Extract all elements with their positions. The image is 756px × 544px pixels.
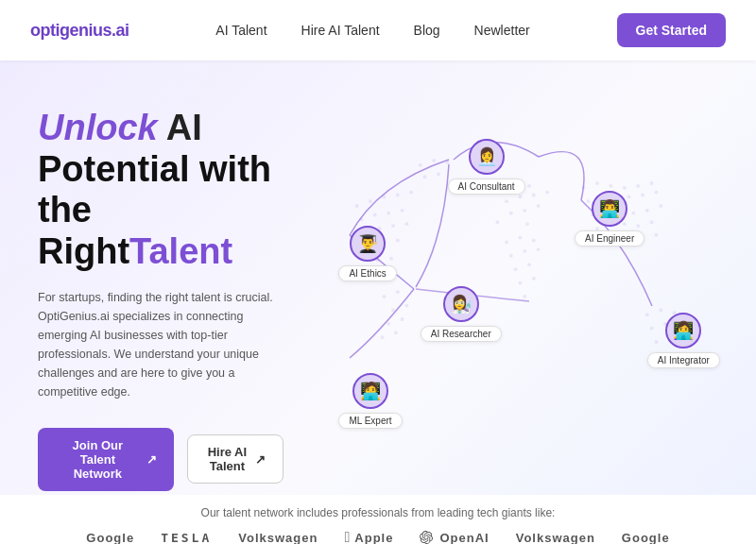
nav-links: AI Talent Hire AI Talent Blog Newletter	[215, 22, 529, 39]
svg-point-39	[525, 222, 529, 226]
svg-point-88	[432, 159, 436, 162]
hire-ai-talent-button[interactable]: Hire AI Talent ↗	[187, 434, 284, 484]
svg-point-42	[532, 239, 536, 243]
talent-node-ai-integrator: 👩‍💻 AI Integrator	[647, 313, 720, 368]
brands-list: Google TESLA Volkswagen Apple OpenAI Vo…	[0, 529, 756, 544]
svg-point-73	[650, 220, 654, 224]
nav-newsletter[interactable]: Newletter	[474, 23, 530, 38]
svg-point-78	[654, 233, 658, 237]
talent-label: AI Researcher	[421, 326, 502, 342]
svg-point-2	[382, 195, 386, 198]
hero-title: Unlock AI Potential with the RightTalent	[38, 108, 284, 273]
navbar: optigenius.ai AI Talent Hire AI Talent B…	[0, 0, 756, 60]
hero-map: 👩‍💼 AI Consultant 👨‍🎓 AI Ethics 👩‍🔬 AI R…	[302, 60, 756, 495]
svg-point-30	[527, 184, 531, 188]
svg-point-33	[532, 194, 536, 197]
hero-content: Unlock AI Potential with the RightTalent…	[0, 60, 302, 495]
svg-point-0	[355, 204, 359, 208]
svg-point-35	[509, 212, 513, 215]
svg-point-45	[537, 247, 541, 251]
svg-point-41	[518, 236, 522, 240]
hero-section: Unlock AI Potential with the RightTalent…	[0, 60, 756, 495]
talent-node-ai-engineer: 👨‍💻 AI Engineer	[575, 191, 644, 246]
svg-point-3	[396, 194, 400, 197]
svg-point-50	[523, 295, 526, 298]
svg-point-22	[391, 308, 395, 312]
brand-openai: OpenAI	[420, 531, 489, 545]
avatar: 👩‍💼	[469, 139, 505, 175]
hero-buttons: Join Our Talent Network ↗ Hire AI Talent…	[38, 428, 284, 491]
svg-point-90	[423, 175, 427, 178]
svg-point-25	[401, 317, 404, 321]
nav-blog[interactable]: Blog	[414, 23, 440, 38]
svg-point-32	[518, 195, 522, 198]
svg-point-23	[404, 304, 408, 308]
talent-label: AI Engineer	[575, 230, 644, 246]
talent-node-ai-consultant: 👩‍💼 AI Consultant	[448, 139, 525, 195]
nav-hire-ai-talent[interactable]: Hire AI Talent	[301, 23, 380, 38]
svg-point-21	[396, 290, 400, 294]
talent-node-ai-ethics: 👨‍🎓 AI Ethics	[338, 226, 396, 281]
svg-point-53	[609, 184, 612, 188]
talent-node-ai-researcher: 👩‍🔬 AI Researcher	[421, 286, 502, 342]
avatar: 👩‍💻	[665, 313, 701, 348]
brand-google-2: Google	[622, 531, 670, 545]
svg-point-44	[523, 249, 526, 253]
svg-point-40	[505, 240, 508, 244]
svg-point-8	[401, 209, 404, 212]
svg-point-27	[394, 331, 398, 334]
svg-point-4	[409, 191, 413, 195]
logo: optigenius.ai	[30, 21, 129, 41]
svg-point-91	[437, 172, 440, 176]
svg-point-55	[636, 184, 640, 188]
brand-tesla: TESLA	[161, 531, 212, 545]
talent-label: AI Consultant	[448, 178, 525, 195]
svg-point-20	[382, 295, 386, 298]
svg-point-48	[518, 281, 522, 285]
avatar: 🧑‍💻	[352, 373, 388, 409]
talent-label: AI Integrator	[647, 352, 720, 368]
svg-point-36	[523, 209, 526, 212]
svg-point-1	[369, 199, 372, 203]
brand-google-1: Google	[86, 531, 134, 545]
svg-point-56	[650, 181, 654, 185]
hero-description: For startups, finding the right talent i…	[38, 288, 284, 401]
svg-point-47	[527, 263, 531, 266]
talent-node-ml-expert: 🧑‍💻 ML Expert	[338, 373, 402, 429]
svg-point-12	[404, 222, 408, 226]
brand-volkswagen-2: Volkswagen	[516, 531, 595, 545]
svg-point-6	[373, 213, 377, 217]
svg-point-38	[495, 220, 499, 224]
brand-volkswagen-1: Volkswagen	[238, 531, 318, 545]
avatar: 👩‍🔬	[443, 286, 479, 322]
svg-point-37	[537, 204, 541, 208]
get-started-button[interactable]: Get Started	[617, 13, 726, 47]
openai-icon	[420, 531, 433, 544]
svg-point-5	[359, 217, 363, 221]
avatar: 👨‍🎓	[350, 226, 386, 262]
brands-bar: Our talent network includes professional…	[0, 495, 756, 544]
apple-icon: 	[344, 529, 351, 544]
svg-point-7	[387, 212, 390, 215]
svg-point-26	[381, 335, 385, 339]
svg-point-67	[645, 209, 649, 212]
talent-label: ML Expert	[338, 413, 402, 429]
svg-point-34	[545, 191, 549, 195]
svg-point-87	[419, 163, 422, 167]
brands-label: Our talent network includes professional…	[0, 506, 756, 519]
world-map-icon	[302, 79, 756, 495]
nav-ai-talent[interactable]: AI Talent	[215, 23, 266, 38]
svg-point-31	[505, 199, 508, 203]
svg-point-80	[659, 308, 662, 312]
svg-point-51	[582, 186, 586, 190]
brand-apple: Apple	[344, 529, 393, 544]
svg-point-46	[514, 267, 518, 271]
svg-point-49	[532, 277, 536, 280]
join-talent-network-button[interactable]: Join Our Talent Network ↗	[38, 428, 174, 491]
svg-point-24	[387, 322, 390, 326]
svg-point-54	[623, 186, 627, 190]
svg-point-68	[659, 204, 662, 208]
svg-point-43	[509, 254, 513, 258]
svg-point-62	[654, 191, 658, 195]
svg-point-52	[595, 181, 599, 185]
